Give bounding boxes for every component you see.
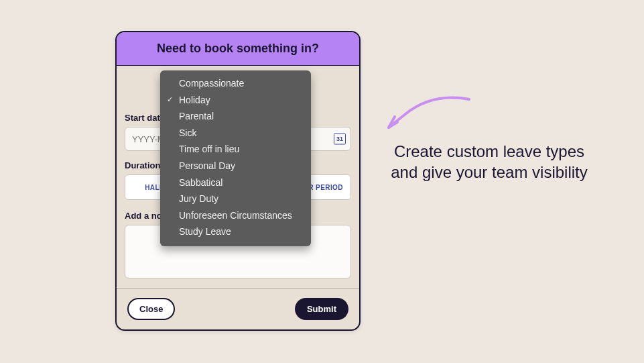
leave-type-dropdown[interactable]: Compassionate ✓Holiday Parental Sick Tim…: [160, 70, 311, 246]
check-icon: ✓: [167, 95, 173, 105]
leave-type-option[interactable]: Sick: [160, 125, 311, 142]
leave-type-option[interactable]: Parental: [160, 109, 311, 125]
leave-type-option[interactable]: ✓Holiday: [160, 93, 311, 109]
leave-type-option[interactable]: Time off in lieu: [160, 142, 311, 158]
leave-type-option[interactable]: Study Leave: [160, 224, 311, 241]
leave-type-option[interactable]: Sabbatical: [160, 175, 311, 192]
leave-type-option[interactable]: Compassionate: [160, 76, 311, 93]
modal-footer: Close Submit: [117, 288, 359, 329]
leave-type-option[interactable]: Personal Day: [160, 158, 311, 175]
submit-button[interactable]: Submit: [295, 298, 348, 320]
close-button[interactable]: Close: [127, 298, 175, 320]
calendar-icon[interactable]: 31: [334, 134, 346, 145]
annotation-arrow-icon: [385, 94, 472, 131]
leave-type-option[interactable]: Unforeseen Circumstances: [160, 208, 311, 225]
leave-type-option[interactable]: Jury Duty: [160, 191, 311, 208]
annotation-text: Create custom leave types and give your …: [385, 141, 593, 183]
modal-title: Need to book something in?: [117, 32, 359, 66]
